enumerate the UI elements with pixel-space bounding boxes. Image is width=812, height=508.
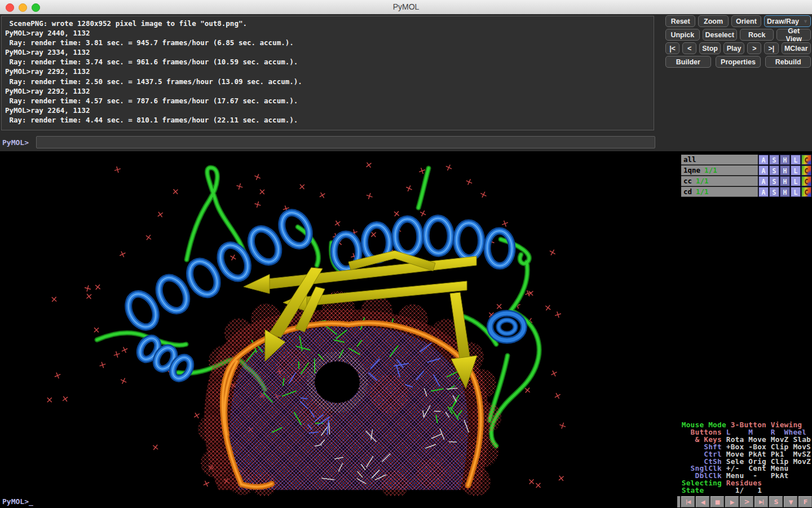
draw-ray-button[interactable]: Draw/Ray▼	[764, 15, 811, 27]
properties-button[interactable]: Properties	[716, 56, 761, 68]
button-label: >	[752, 45, 756, 52]
console-line: PyMOL>ray 2292, 1132	[5, 86, 654, 96]
object-l-button[interactable]: L	[791, 165, 801, 176]
upper-panel: ScenePNG: wrote 1280x952 pixel image to …	[0, 14, 812, 151]
console-line: Ray: render time: 3.74 sec. = 961.6 fram…	[5, 57, 654, 67]
console-line: Ray: render time: 3.81 sec. = 945.7 fram…	[5, 38, 654, 47]
button-label: Rebuild	[775, 58, 801, 66]
object-row: 1qne1/1ASHLC	[681, 165, 811, 176]
button-label: Properties	[721, 58, 756, 66]
object-state-count: 1/1	[696, 177, 709, 185]
object-row: allASHLC	[681, 155, 811, 165]
pymol-window: PyMOL ScenePNG: wrote 1280x952 pixel ima…	[0, 0, 812, 508]
object-a-button[interactable]: A	[758, 155, 769, 165]
object-panel: allASHLC1qne1/1ASHLCcc1/1ASHLCcd1/1ASHLC	[681, 155, 811, 198]
console-line: Ray: render time: 4.57 sec. = 787.6 fram…	[5, 96, 654, 106]
object-s-button[interactable]: S	[769, 165, 779, 176]
control-row-2: |<<StopPlay>>|MClear	[665, 42, 811, 54]
object-l-button[interactable]: L	[791, 155, 801, 165]
get-view-button[interactable]: Get View	[776, 29, 811, 41]
object-a-button[interactable]: A	[758, 165, 769, 176]
playback-menu-button[interactable]: ▼	[784, 496, 797, 507]
button-label: Get View	[779, 27, 808, 43]
button-label: Rock	[748, 31, 766, 39]
button-label: |<	[669, 45, 676, 52]
console-line: Ray: render time: 4.44 sec. = 810.1 fram…	[5, 115, 654, 125]
window-title: PyMOL	[0, 2, 812, 11]
bottom-bar: PyMOL>_ |◀◀■▶>▶|S▼F	[0, 496, 812, 508]
command-input[interactable]	[36, 136, 655, 148]
button-label: <	[687, 45, 691, 52]
mouse-mode-panel[interactable]: Mouse Mode 3-Button Viewing Buttons L M …	[682, 422, 811, 494]
playback-stop-button[interactable]: ■	[710, 496, 724, 507]
object-a-button[interactable]: A	[758, 176, 769, 186]
rebuild-button[interactable]: Rebuild	[765, 56, 811, 68]
playback-play-button[interactable]: ▶	[725, 496, 739, 507]
button-label: Unpick	[670, 31, 694, 39]
object-c-button[interactable]: C	[801, 176, 811, 186]
object-c-button[interactable]: C	[801, 165, 811, 176]
unpick-button[interactable]: Unpick	[665, 29, 700, 41]
console-line: PyMOL>ray 2264, 1132	[5, 106, 654, 115]
object-name[interactable]: 1qne1/1	[681, 165, 758, 176]
control-row-0: ResetZoomOrientDraw/Ray▼	[665, 15, 811, 27]
orient-button[interactable]: Orient	[731, 15, 761, 27]
nav-button[interactable]: >	[747, 42, 761, 54]
deselect-button[interactable]: Deselect	[703, 29, 737, 41]
control-row-1: UnpickDeselectRockGet View	[665, 29, 811, 41]
button-label: Reset	[671, 17, 690, 25]
stop-button[interactable]: Stop	[699, 42, 721, 54]
nav-button[interactable]: |<	[665, 42, 679, 54]
playback-skip-start-button[interactable]: |◀	[681, 496, 695, 507]
builder-button[interactable]: Builder	[665, 56, 711, 68]
button-label: Orient	[736, 17, 757, 25]
playback-step-back-button[interactable]: ◀	[696, 496, 709, 507]
viewport-3d[interactable]: allASHLC1qne1/1ASHLCcc1/1ASHLCcd1/1ASHLC…	[0, 151, 812, 496]
console-line: PyMOL>ray 2334, 1132	[5, 47, 654, 57]
playback-fullscreen-button[interactable]: F	[798, 496, 812, 507]
viewer-prompt: PyMOL>_	[2, 497, 33, 506]
play-button[interactable]: Play	[723, 42, 744, 54]
object-s-button[interactable]: S	[769, 155, 779, 165]
object-h-button[interactable]: H	[780, 187, 790, 197]
control-button-panel: ResetZoomOrientDraw/Ray▼UnpickDeselectRo…	[665, 15, 811, 69]
playback-scene-button[interactable]: S	[769, 496, 783, 507]
console-output[interactable]: ScenePNG: wrote 1280x952 pixel image to …	[1, 16, 654, 130]
console-line: PyMOL>ray 2292, 1132	[5, 67, 654, 76]
button-label: Deselect	[705, 31, 734, 39]
object-name[interactable]: cc1/1	[681, 176, 758, 186]
object-l-button[interactable]: L	[791, 176, 801, 186]
object-h-button[interactable]: H	[780, 165, 790, 176]
mclear-button[interactable]: MClear	[782, 42, 811, 54]
object-row: cc1/1ASHLC	[681, 176, 811, 186]
mouse-mode-text: State	[682, 486, 708, 494]
object-h-button[interactable]: H	[780, 155, 790, 165]
object-state-count: 1/1	[696, 187, 709, 196]
button-label: Stop	[702, 45, 718, 52]
button-label: Draw/Ray	[767, 17, 799, 25]
playback-controls: |◀◀■▶>▶|S▼F	[677, 496, 812, 507]
object-row: cd1/1ASHLC	[681, 187, 811, 197]
rock-button[interactable]: Rock	[740, 29, 774, 41]
playback-step-forward-button[interactable]: >	[740, 496, 753, 507]
object-h-button[interactable]: H	[780, 176, 790, 186]
nav-button[interactable]: <	[682, 42, 696, 54]
mouse-mode-line: State 1/ 1	[682, 487, 811, 494]
zoom-button[interactable]: Zoom	[698, 15, 728, 27]
playback-edge	[677, 496, 680, 507]
nav-button[interactable]: >|	[764, 42, 778, 54]
object-s-button[interactable]: S	[769, 187, 779, 197]
object-name[interactable]: all	[681, 155, 758, 165]
titlebar[interactable]: PyMOL	[0, 0, 812, 15]
dropdown-caret-icon: ▼	[803, 19, 808, 24]
playback-skip-end-button[interactable]: ▶|	[754, 496, 768, 507]
object-s-button[interactable]: S	[769, 176, 779, 186]
object-name[interactable]: cd1/1	[681, 187, 758, 197]
object-l-button[interactable]: L	[791, 187, 801, 197]
button-label: Builder	[676, 58, 700, 66]
object-a-button[interactable]: A	[758, 187, 769, 197]
console-line: Ray: render time: 2.50 sec. = 1437.5 fra…	[5, 77, 654, 86]
object-c-button[interactable]: C	[801, 187, 811, 197]
reset-button[interactable]: Reset	[665, 15, 695, 27]
object-c-button[interactable]: C	[801, 155, 811, 165]
